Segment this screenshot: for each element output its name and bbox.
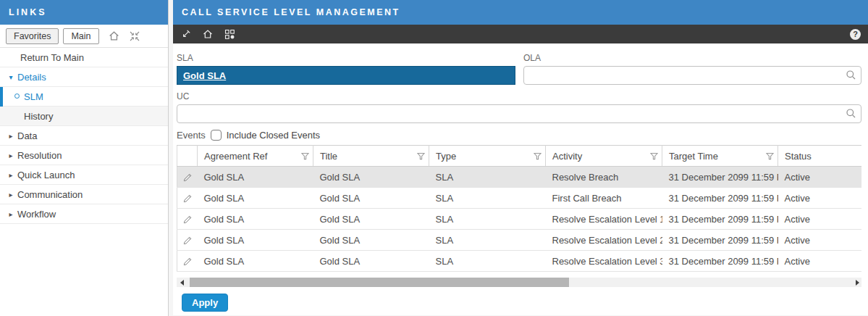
sidebar-item-quick-launch[interactable]: ▸Quick Launch <box>0 165 168 185</box>
sidebar-item-return-to-main[interactable]: Return To Main <box>0 48 168 67</box>
home-icon[interactable] <box>202 28 214 40</box>
chevron-right-icon[interactable]: ▸ <box>4 132 17 140</box>
include-closed-events-checkbox[interactable] <box>211 130 222 141</box>
sidebar-item-workflow[interactable]: ▸Workflow <box>0 204 168 224</box>
sidebar-item-details[interactable]: ▾Details <box>0 67 168 87</box>
table-row[interactable]: Gold SLAGold SLASLAResolve Escalation Le… <box>177 251 862 272</box>
chevron-right-icon[interactable]: ▸ <box>4 191 17 199</box>
edit-row-cell[interactable] <box>177 230 198 251</box>
edit-row-cell[interactable] <box>177 188 198 209</box>
cell-type: SLA <box>429 230 546 251</box>
table-row[interactable]: Gold SLAGold SLASLAResolve Breach31 Dece… <box>177 167 862 188</box>
chevron-right-icon[interactable]: ▸ <box>4 151 17 159</box>
home-icon[interactable] <box>108 30 120 42</box>
cell-activity: Resolve Escalation Level 2 <box>546 230 662 251</box>
collapse-all-icon[interactable] <box>129 30 140 42</box>
main-panel: CALL SERVICE LEVEL MANAGEMENT <box>173 0 868 316</box>
cell-title: Gold SLA <box>313 209 429 230</box>
edit-row-cell[interactable] <box>177 167 198 188</box>
sidebar-item-data[interactable]: ▸Data <box>0 126 168 146</box>
table-row[interactable]: Gold SLAGold SLASLAFirst Call Breach31 D… <box>177 188 862 209</box>
chevron-right-icon[interactable]: ▸ <box>4 171 17 179</box>
tab-main[interactable]: Main <box>63 28 98 44</box>
scrollbar-thumb[interactable] <box>190 278 569 287</box>
sidebar-item-label: Details <box>17 72 46 83</box>
uc-label: UC <box>177 91 861 101</box>
sidebar-item-label: Data <box>17 130 37 141</box>
cell-status: Active <box>778 251 862 272</box>
chevron-down-icon[interactable]: ▾ <box>4 73 17 81</box>
table-row[interactable]: Gold SLAGold SLASLAResolve Escalation Le… <box>177 230 862 251</box>
column-label: Agreement Ref <box>204 151 267 162</box>
uc-input[interactable] <box>177 104 861 123</box>
sidebar-menu: Return To Main▾DetailsSLMHistory▸Data▸Re… <box>0 48 168 316</box>
cell-agreement_ref: Gold SLA <box>198 167 313 188</box>
sla-value-link[interactable]: Gold SLA <box>183 70 226 81</box>
sidebar-item-resolution[interactable]: ▸Resolution <box>0 146 168 165</box>
cell-agreement_ref: Gold SLA <box>198 251 313 272</box>
column-header-target-time[interactable]: Target Time <box>662 146 778 167</box>
help-icon[interactable]: ? <box>850 29 861 40</box>
cell-agreement_ref: Gold SLA <box>198 209 313 230</box>
events-table: Agreement RefTitleTypeActivityTarget Tim… <box>177 145 861 272</box>
cell-title: Gold SLA <box>313 230 429 251</box>
edit-row-cell[interactable] <box>177 209 198 230</box>
column-header-agreement-ref[interactable]: Agreement Ref <box>198 146 313 167</box>
cell-target_time: 31 December 2099 11:59 PM <box>662 230 778 251</box>
scroll-left-arrow-icon[interactable] <box>180 280 184 286</box>
cell-type: SLA <box>429 188 546 209</box>
ola-input[interactable] <box>523 66 861 85</box>
ola-label: OLA <box>523 53 861 63</box>
apply-button[interactable]: Apply <box>182 294 228 312</box>
column-header-activity[interactable]: Activity <box>546 146 662 167</box>
cell-status: Active <box>778 230 862 251</box>
filter-icon[interactable] <box>765 151 775 161</box>
column-label: Title <box>320 151 337 162</box>
sidebar-item-label: Workflow <box>17 209 56 220</box>
cell-agreement_ref: Gold SLA <box>198 230 313 251</box>
row-actions-column-header[interactable] <box>177 146 198 167</box>
selected-bullet-icon <box>14 93 20 99</box>
filter-icon[interactable] <box>416 151 426 161</box>
sla-ola-row: SLA Gold SLA OLA <box>177 53 861 85</box>
pencil-icon[interactable] <box>182 172 193 183</box>
filter-icon[interactable] <box>649 151 659 161</box>
cell-target_time: 31 December 2099 11:59 PM <box>662 188 778 209</box>
column-header-type[interactable]: Type <box>429 146 546 167</box>
table-row[interactable]: Gold SLAGold SLASLAResolve Escalation Le… <box>177 209 862 230</box>
column-header-status[interactable]: Status <box>778 146 862 167</box>
tab-favorites[interactable]: Favorites <box>6 28 59 44</box>
column-header-title[interactable]: Title <box>313 146 429 167</box>
filter-icon[interactable] <box>300 151 310 161</box>
edit-row-cell[interactable] <box>177 251 198 272</box>
horizontal-scrollbar[interactable] <box>177 278 861 287</box>
sidebar-item-slm[interactable]: SLM <box>0 87 168 107</box>
pencil-icon[interactable] <box>182 215 193 225</box>
search-icon[interactable] <box>846 108 856 119</box>
events-table-container: Agreement RefTitleTypeActivityTarget Tim… <box>177 145 861 272</box>
sidebar-item-label: Communication <box>17 189 83 200</box>
cell-target_time: 31 December 2099 11:59 PM <box>662 209 778 230</box>
chevron-right-icon[interactable]: ▸ <box>4 210 17 218</box>
sidebar-item-label: Return To Main <box>20 52 84 63</box>
cell-type: SLA <box>429 251 546 272</box>
pencil-icon[interactable] <box>182 194 193 204</box>
filter-icon[interactable] <box>533 151 542 161</box>
sidebar-item-communication[interactable]: ▸Communication <box>0 185 168 204</box>
sidebar-item-history[interactable]: History <box>0 107 168 126</box>
pencil-icon[interactable] <box>182 257 193 267</box>
pencil-icon[interactable] <box>182 236 193 246</box>
sla-label: SLA <box>177 53 515 63</box>
sidebar-tab-bar: Favorites Main <box>0 25 168 48</box>
cell-status: Active <box>778 188 862 209</box>
cell-activity: First Call Breach <box>546 188 662 209</box>
column-label: Activity <box>552 151 582 162</box>
pin-icon[interactable] <box>180 29 191 40</box>
search-icon[interactable] <box>846 70 856 80</box>
scroll-right-arrow-icon[interactable] <box>856 280 859 286</box>
cell-target_time: 31 December 2099 11:59 PM <box>662 251 778 272</box>
sla-field[interactable]: Gold SLA <box>177 66 515 85</box>
grid-settings-icon[interactable] <box>224 29 235 40</box>
links-sidebar: LINKS Favorites Main Return To Main▾Deta… <box>0 0 169 316</box>
apply-row: Apply <box>177 294 861 312</box>
